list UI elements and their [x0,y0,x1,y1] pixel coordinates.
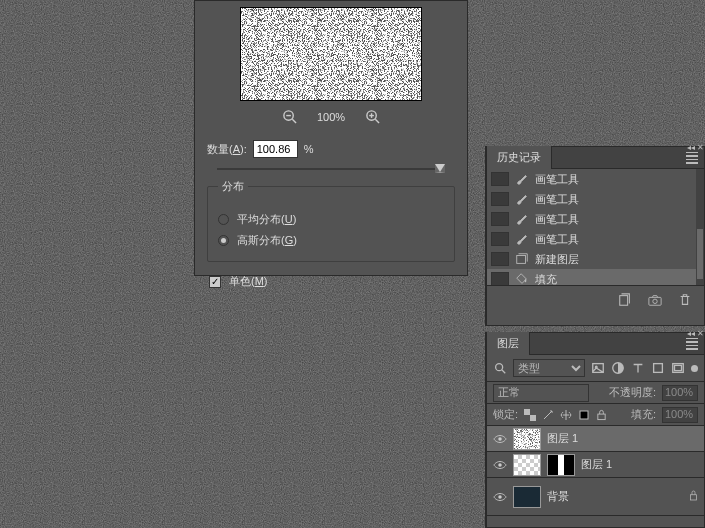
search-icon[interactable] [493,361,507,375]
snapshot-camera-icon[interactable] [648,293,662,307]
history-state-thumb [491,232,509,246]
history-row[interactable]: 填充 [487,269,704,285]
fill-icon [515,272,529,285]
lock-transparent-icon[interactable] [524,409,536,421]
amount-label: 数量(A): [207,142,247,157]
filter-type-icon[interactable] [631,361,645,375]
layer-row[interactable]: 图层 1 [487,452,704,478]
layer-name[interactable]: 图层 1 [581,457,612,472]
brush-icon [515,172,529,186]
tab-layers[interactable]: 图层 [487,332,530,355]
collapse-icon[interactable]: ◂◂ [687,329,695,337]
lock-label: 锁定: [493,407,518,422]
svg-line-4 [375,119,379,123]
close-icon[interactable]: ✕ [697,329,704,337]
svg-rect-22 [598,414,605,420]
brush-icon [515,212,529,226]
radio-gaussian[interactable]: 高斯分布(G) [218,230,444,251]
layer-row[interactable]: 背景 [487,478,704,516]
history-state-thumb [491,172,509,186]
history-row-label: 画笔工具 [535,172,579,187]
layer-row[interactable]: 图层 1 [487,426,704,452]
history-row[interactable]: 新建图层 [487,249,704,269]
newlayer-icon [515,252,529,266]
svg-line-12 [502,370,506,374]
svg-rect-8 [620,295,628,305]
fill-label: 填充: [631,407,656,422]
lock-position-icon[interactable] [560,409,572,421]
lock-icon [689,490,698,501]
history-row[interactable]: 画笔工具 [487,169,704,189]
history-row[interactable]: 画笔工具 [487,229,704,249]
brush-icon [515,232,529,246]
tab-history[interactable]: 历史记录 [487,146,552,169]
layer-filter-row: 类型 [487,355,704,382]
history-row-label: 画笔工具 [535,232,579,247]
noise-preview [240,7,422,101]
layer-thumbnail[interactable] [513,454,541,476]
amount-input[interactable] [253,140,298,158]
amount-unit: % [304,143,314,155]
trash-icon[interactable] [678,293,692,307]
brush-icon [515,192,529,206]
svg-point-23 [498,437,502,441]
panel-menu-icon[interactable] [686,338,698,350]
visibility-eye-icon[interactable] [493,458,507,472]
svg-point-11 [496,364,503,371]
filter-type-select[interactable]: 类型 [513,359,585,377]
scrollbar-thumb[interactable] [697,229,703,279]
fill-input[interactable]: 100% [662,407,698,423]
history-row[interactable]: 画笔工具 [487,209,704,229]
svg-rect-18 [675,365,682,370]
lock-all-icon[interactable] [596,409,607,421]
blend-mode-select[interactable]: 正常 [493,384,589,402]
svg-rect-19 [524,409,530,415]
slider-thumb[interactable] [435,164,445,173]
blend-opacity-row: 正常 不透明度: 100% [487,382,704,404]
layer-thumbnail[interactable] [513,428,541,450]
filter-toggle-icon[interactable] [691,365,698,372]
layer-thumbnail[interactable] [513,486,541,508]
radio-bullet-icon [218,235,229,246]
layer-mask-thumbnail[interactable] [547,454,575,476]
svg-rect-26 [691,495,697,500]
layer-list: 图层 1图层 1背景 [487,426,704,516]
distribution-legend: 分布 [218,179,248,194]
collapse-icon[interactable]: ◂◂ [687,143,695,151]
zoom-in-icon[interactable] [365,109,380,124]
history-state-thumb [491,192,509,206]
filter-image-icon[interactable] [591,361,605,375]
zoom-out-icon[interactable] [282,109,297,124]
new-document-from-state-icon[interactable] [618,293,632,307]
history-list: 画笔工具画笔工具画笔工具画笔工具新建图层填充 [487,169,704,285]
visibility-eye-icon[interactable] [493,490,507,504]
close-icon[interactable]: ✕ [697,143,704,151]
layer-name[interactable]: 背景 [547,489,569,504]
visibility-eye-icon[interactable] [493,432,507,446]
filter-adjustment-icon[interactable] [611,361,625,375]
history-row[interactable]: 画笔工具 [487,189,704,209]
scrollbar-vertical[interactable] [696,169,704,285]
svg-rect-16 [654,364,663,373]
filter-shape-icon[interactable] [651,361,665,375]
svg-rect-21 [580,411,588,419]
opacity-input[interactable]: 100% [662,385,698,401]
panel-menu-icon[interactable] [686,152,698,164]
monochrome-checkbox[interactable]: ✓ 单色(M) [209,274,455,289]
panel-top-controls: ◂◂✕ [676,143,704,151]
lock-pixels-icon[interactable] [542,409,554,421]
layer-name[interactable]: 图层 1 [547,431,578,446]
lock-artboard-icon[interactable] [578,409,590,421]
filter-smart-icon[interactable] [671,361,685,375]
svg-rect-20 [530,415,536,421]
svg-point-25 [498,495,502,499]
history-state-thumb [491,252,509,266]
zoom-level: 100% [317,111,345,123]
svg-rect-9 [649,297,661,305]
amount-slider[interactable] [217,164,445,176]
radio-bullet-icon [218,214,229,225]
radio-uniform[interactable]: 平均分布(U) [218,209,444,230]
add-noise-dialog: 100% 数量(A): % 分布 平均分布(U) 高斯分布(G) ✓ 单色(M) [194,0,468,276]
history-row-label: 画笔工具 [535,192,579,207]
checkbox-checked-icon: ✓ [209,276,221,288]
